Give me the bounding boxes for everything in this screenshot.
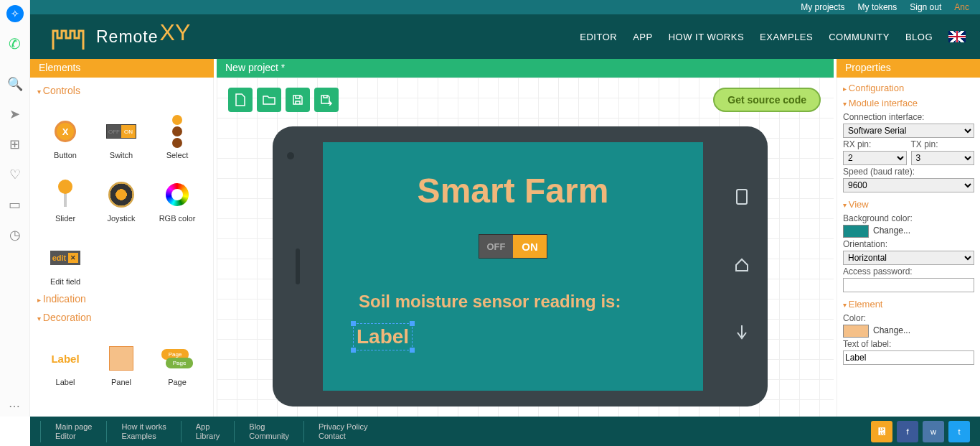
orient-select[interactable]: Horizontal (843, 251, 974, 265)
element-editfield[interactable]: editEdit field (37, 227, 93, 290)
pass-input[interactable] (843, 278, 974, 292)
properties-panel: Configuration Module interface Connectio… (837, 78, 980, 417)
conn-iface-select[interactable]: Software Serial (843, 124, 974, 138)
phone-camera-icon (287, 152, 294, 159)
bg-swatch[interactable] (843, 225, 869, 238)
switch-on-label: ON (513, 235, 547, 258)
element-button[interactable]: XButton (37, 101, 93, 164)
tx-label: TX pin: (911, 138, 975, 151)
element-rgb[interactable]: RGB color (149, 164, 205, 227)
element-panel[interactable]: Panel (93, 327, 149, 391)
twitter-icon[interactable]: t (948, 421, 970, 442)
sign-out-link[interactable]: Sign out (910, 2, 941, 12)
footer-how[interactable]: How it works (121, 422, 166, 431)
tx-select[interactable]: 3 (911, 151, 975, 165)
footer-library[interactable]: Library (196, 432, 220, 440)
footer: Main pageEditor How it worksExamples App… (30, 417, 980, 446)
section-controls[interactable]: Controls (37, 82, 206, 101)
nav-community[interactable]: COMMUNITY (829, 32, 890, 42)
phone-speaker-icon (296, 248, 300, 284)
account-link[interactable]: Anc (954, 2, 969, 12)
app-switch[interactable]: OFF ON (479, 234, 547, 259)
footer-main-page[interactable]: Main page (55, 422, 92, 431)
open-file-button[interactable] (257, 88, 281, 112)
element-page[interactable]: PagePagePage (149, 327, 205, 391)
save-button[interactable] (286, 88, 310, 112)
whatsapp-icon[interactable]: ✆ (0, 30, 30, 57)
logo-text: Remote (96, 27, 159, 47)
speed-select[interactable]: 9600 (843, 178, 974, 192)
element-slider[interactable]: Slider (37, 164, 93, 227)
facebook-icon[interactable]: f (897, 421, 918, 442)
my-projects-link[interactable]: My projects (801, 2, 844, 12)
language-flag-uk[interactable] (948, 31, 966, 42)
section-decoration[interactable]: Decoration (37, 309, 206, 327)
color-swatch[interactable] (843, 325, 869, 338)
prop-section-view[interactable]: View (843, 197, 974, 212)
clock-icon[interactable]: ◷ (0, 221, 30, 248)
canvas[interactable]: Get source code Smart Farm OFF ON Soil m… (217, 78, 834, 417)
textoflabel-input[interactable] (843, 350, 974, 365)
news-icon[interactable]: ▭ (0, 191, 30, 218)
send-icon[interactable]: ➤ (0, 101, 30, 128)
element-joystick[interactable]: Joystick (93, 164, 149, 227)
prop-section-module[interactable]: Module interface (843, 96, 974, 111)
element-select[interactable]: Select (149, 101, 205, 164)
vk-icon[interactable]: w (923, 421, 944, 442)
nav-how[interactable]: HOW IT WORKS (669, 32, 744, 42)
properties-title: Properties (837, 59, 980, 78)
phone-frame: Smart Farm OFF ON Soil moisture sensor r… (273, 126, 768, 406)
element-label[interactable]: LabelLabel (37, 327, 93, 391)
prop-section-element[interactable]: Element (843, 297, 974, 312)
elements-title: Elements (30, 59, 214, 78)
phone-home-button (729, 252, 755, 278)
element-switch[interactable]: OFFONSwitch (93, 101, 149, 164)
bg-change-link[interactable]: Change... (873, 226, 910, 236)
speed-label: Speed (baud rate): (843, 165, 974, 178)
selected-label-element[interactable]: Label (353, 323, 413, 350)
footer-community[interactable]: Community (249, 432, 289, 440)
new-file-button[interactable] (228, 88, 253, 112)
canvas-toolbar (228, 88, 339, 112)
app-screen[interactable]: Smart Farm OFF ON Soil moisture sensor r… (323, 142, 703, 391)
phone-back-button (729, 320, 755, 346)
orient-label: Orientation: (843, 238, 974, 251)
section-indication[interactable]: Indication (37, 290, 206, 309)
textoflabel-label: Text of label: (843, 338, 974, 350)
switch-off-label: OFF (479, 235, 513, 258)
footer-app[interactable]: App (196, 422, 220, 431)
reading-label[interactable]: Soil moisture sensor reading is: (359, 292, 621, 312)
save-as-button[interactable] (314, 88, 339, 112)
more-icon[interactable]: ⋯ (9, 399, 20, 413)
conn-iface-label: Connection interface: (843, 111, 974, 124)
logo[interactable]: Remote XY (52, 22, 190, 51)
app-title-label[interactable]: Smart Farm (323, 171, 703, 210)
heart-icon[interactable]: ♡ (0, 161, 30, 188)
main-nav: EDITOR APP HOW IT WORKS EXAMPLES COMMUNI… (580, 31, 966, 42)
my-tokens-link[interactable]: My tokens (858, 2, 897, 12)
get-source-code-button[interactable]: Get source code (713, 88, 821, 112)
search-icon[interactable]: 🔍 (0, 70, 30, 98)
footer-editor[interactable]: Editor (55, 432, 92, 440)
grid-icon[interactable]: ⊞ (0, 131, 30, 158)
color-change-link[interactable]: Change... (873, 325, 910, 335)
nav-examples[interactable]: EXAMPLES (760, 32, 813, 42)
elements-panel: Controls XButton OFFONSwitch Select Slid… (30, 78, 214, 417)
bg-label: Background color: (843, 212, 974, 225)
rx-select[interactable]: 2 (843, 151, 907, 165)
footer-privacy[interactable]: Privacy Policy (319, 422, 367, 431)
phone-recent-button (729, 184, 755, 210)
pass-label: Access password: (843, 265, 974, 278)
footer-blog[interactable]: Blog (249, 422, 289, 431)
nav-editor[interactable]: EDITOR (580, 32, 617, 42)
footer-contact[interactable]: Contact (319, 432, 367, 440)
messenger-icon[interactable]: ✧ (6, 5, 24, 22)
rss-icon[interactable]: ἖ (871, 421, 892, 442)
header: Remote XY EDITOR APP HOW IT WORKS EXAMPL… (30, 14, 980, 59)
nav-app[interactable]: APP (633, 32, 653, 42)
left-rail: ✧ ✆ 🔍 ➤ ⊞ ♡ ▭ ◷ ⋯ (0, 0, 30, 417)
prop-section-configuration[interactable]: Configuration (843, 80, 974, 96)
top-bar: My projects My tokens Sign out Anc (30, 0, 980, 14)
nav-blog[interactable]: BLOG (905, 32, 933, 42)
footer-examples[interactable]: Examples (121, 432, 166, 440)
